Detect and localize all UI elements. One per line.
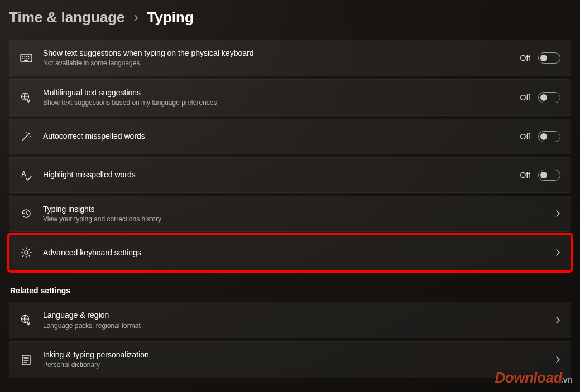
row-control: Off bbox=[520, 131, 560, 142]
row-description: Language packs, regional format bbox=[43, 322, 550, 331]
svg-point-1 bbox=[22, 56, 23, 57]
svg-point-3 bbox=[26, 56, 27, 57]
setting-row-inking[interactable]: Inking & typing personalizationPersonal … bbox=[9, 341, 571, 378]
toggle-state-label: Off bbox=[520, 54, 530, 62]
globe-lang-icon bbox=[20, 313, 33, 327]
chevron-right-icon bbox=[133, 14, 140, 21]
svg-point-7 bbox=[26, 58, 27, 59]
chevron-right-icon bbox=[555, 210, 560, 217]
setting-row-highlight: Highlight misspelled wordsOff bbox=[9, 157, 571, 193]
row-control: Off bbox=[520, 52, 560, 64]
row-title: Typing insights bbox=[43, 204, 550, 214]
setting-row-multilingual: Multilingual text suggestionsShow text s… bbox=[9, 79, 571, 116]
breadcrumb: Time & language Typing bbox=[0, 0, 580, 40]
svg-point-12 bbox=[30, 136, 31, 137]
globe-lang-icon bbox=[20, 91, 33, 104]
row-control bbox=[550, 356, 560, 364]
row-description: Personal dictionary bbox=[43, 361, 550, 370]
row-title: Multilingual text suggestions bbox=[43, 88, 520, 98]
keyboard-icon bbox=[20, 51, 33, 65]
row-description: Show text suggestions based on my langua… bbox=[43, 99, 520, 108]
setting-row-autocorrect: Autocorrect misspelled wordsOff bbox=[9, 119, 571, 154]
row-text: Typing insightsView your typing and corr… bbox=[43, 204, 550, 224]
wand-icon bbox=[20, 130, 33, 143]
row-description: Not available in some languages bbox=[43, 59, 520, 68]
gear-icon bbox=[20, 246, 33, 259]
row-text: Language & regionLanguage packs, regiona… bbox=[43, 310, 550, 330]
row-text: Highlight misspelled words bbox=[43, 170, 520, 180]
toggle-state-label: Off bbox=[520, 93, 530, 102]
toggle-state-label: Off bbox=[520, 171, 530, 180]
related-settings-heading: Related settings bbox=[10, 286, 571, 295]
row-control bbox=[550, 249, 560, 257]
toggle-switch[interactable] bbox=[538, 170, 560, 181]
row-text: Advanced keyboard settings bbox=[43, 248, 550, 258]
row-text: Inking & typing personalizationPersonal … bbox=[43, 350, 550, 370]
spellcheck-icon bbox=[20, 168, 33, 182]
svg-point-5 bbox=[22, 58, 23, 59]
chevron-right-icon bbox=[555, 356, 560, 364]
row-title: Highlight misspelled words bbox=[43, 170, 520, 180]
svg-rect-9 bbox=[24, 60, 28, 61]
row-control: Off bbox=[520, 92, 560, 103]
settings-list: Show text suggestions when typing on the… bbox=[0, 40, 580, 378]
svg-point-8 bbox=[28, 58, 30, 59]
toggle-switch[interactable] bbox=[538, 92, 560, 103]
setting-row-language-region[interactable]: Language & regionLanguage packs, regiona… bbox=[9, 302, 571, 338]
row-control bbox=[550, 210, 560, 217]
row-title: Autocorrect misspelled words bbox=[43, 131, 520, 141]
notepad-icon bbox=[20, 353, 33, 366]
svg-point-13 bbox=[26, 132, 27, 133]
row-title: Inking & typing personalization bbox=[43, 350, 550, 360]
setting-row-advanced[interactable]: Advanced keyboard settings bbox=[9, 235, 571, 270]
toggle-switch[interactable] bbox=[538, 52, 560, 64]
svg-point-2 bbox=[25, 56, 26, 57]
row-text: Show text suggestions when typing on the… bbox=[43, 48, 520, 68]
row-title: Advanced keyboard settings bbox=[43, 248, 550, 258]
row-text: Multilingual text suggestionsShow text s… bbox=[43, 88, 520, 108]
svg-point-4 bbox=[28, 56, 30, 57]
history-icon bbox=[20, 207, 33, 220]
row-control: Off bbox=[520, 170, 560, 181]
toggle-switch[interactable] bbox=[538, 131, 560, 142]
svg-point-14 bbox=[25, 251, 28, 254]
svg-point-11 bbox=[28, 133, 30, 134]
row-title: Language & region bbox=[43, 310, 550, 320]
row-description: View your typing and corrections history bbox=[43, 215, 550, 224]
row-control bbox=[550, 316, 560, 324]
toggle-state-label: Off bbox=[520, 132, 530, 141]
row-text: Autocorrect misspelled words bbox=[43, 131, 520, 141]
svg-point-6 bbox=[25, 58, 26, 59]
setting-row-insights[interactable]: Typing insightsView your typing and corr… bbox=[9, 196, 571, 233]
row-title: Show text suggestions when typing on the… bbox=[43, 48, 520, 58]
chevron-right-icon bbox=[555, 249, 560, 257]
chevron-right-icon bbox=[555, 316, 560, 324]
breadcrumb-current: Typing bbox=[147, 9, 194, 26]
setting-row-text-suggestions: Show text suggestions when typing on the… bbox=[9, 40, 571, 76]
breadcrumb-parent-link[interactable]: Time & language bbox=[9, 9, 125, 26]
